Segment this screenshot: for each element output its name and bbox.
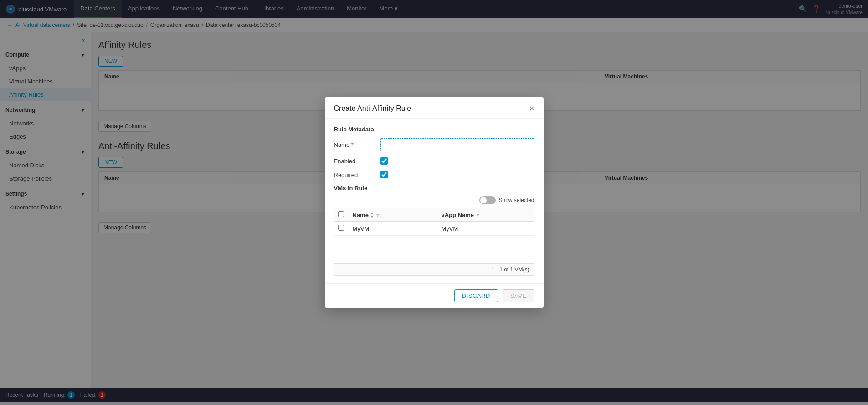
name-filter-icon[interactable]: ▿: [376, 213, 379, 218]
sort-desc-icon: ▼: [370, 215, 374, 218]
required-checkbox-wrap: [380, 171, 388, 178]
enabled-row: Enabled: [334, 157, 534, 165]
name-row: Name *: [334, 138, 534, 151]
vm-table-checkbox-col: [338, 211, 353, 218]
required-row: Required: [334, 171, 534, 178]
modal-close-button[interactable]: ×: [529, 104, 534, 113]
vms-controls: Show selected: [334, 196, 534, 204]
vms-in-rule-label: VMs in Rule: [334, 185, 534, 192]
name-input[interactable]: [380, 138, 534, 151]
modal-header: Create Anti-Affinity Rule ×: [325, 97, 544, 119]
vm-table-header: Name ▲ ▼ ▿ vApp Name ▿: [334, 208, 534, 222]
vm-table-footer: 1 - 1 of 1 VM(s): [334, 263, 534, 275]
create-anti-affinity-modal: Create Anti-Affinity Rule × Rule Metadat…: [325, 97, 544, 308]
vapp-col-label: vApp Name: [442, 212, 474, 218]
enabled-checkbox-wrap: [380, 157, 388, 165]
table-row: MyVM MyVM: [334, 222, 534, 236]
show-selected-label: Show selected: [498, 197, 534, 203]
required-label: Required: [334, 171, 375, 178]
modal-overlay: Create Anti-Affinity Rule × Rule Metadat…: [0, 0, 868, 402]
row-checkbox-col: [338, 225, 353, 232]
enabled-label: Enabled: [334, 158, 375, 165]
required-checkbox[interactable]: [380, 171, 388, 178]
vm-table: Name ▲ ▼ ▿ vApp Name ▿: [334, 208, 534, 276]
discard-button[interactable]: DISCARD: [454, 289, 498, 302]
vm-count-label: 1 - 1 of 1 VM(s): [492, 266, 529, 273]
name-sort-icons[interactable]: ▲ ▼: [370, 212, 374, 218]
modal-footer: DISCARD SAVE: [325, 283, 544, 308]
vm-table-name-col-header: Name ▲ ▼ ▿: [353, 212, 442, 218]
vm-row-checkbox[interactable]: [338, 225, 344, 231]
name-label: Name *: [334, 141, 375, 148]
show-selected-toggle[interactable]: [479, 196, 496, 204]
rule-metadata-label: Rule Metadata: [334, 126, 534, 133]
vm-table-select-all[interactable]: [338, 211, 344, 217]
show-selected-toggle-wrap: Show selected: [479, 196, 534, 204]
modal-title: Create Anti-Affinity Rule: [334, 104, 411, 113]
vm-table-vapp-col-header: vApp Name ▿: [442, 212, 530, 218]
vm-name-col-label: Name: [353, 212, 369, 218]
vapp-filter-icon[interactable]: ▿: [477, 213, 479, 218]
sort-asc-icon: ▲: [370, 212, 374, 215]
modal-body: Rule Metadata Name * Enabled Required: [325, 119, 544, 283]
enabled-checkbox[interactable]: [380, 157, 388, 165]
vapp-name-cell: MyVM: [442, 225, 530, 232]
vm-name-cell: MyVM: [353, 225, 442, 232]
save-button[interactable]: SAVE: [503, 289, 534, 302]
required-asterisk: *: [351, 141, 354, 148]
vm-table-empty: [334, 236, 534, 263]
